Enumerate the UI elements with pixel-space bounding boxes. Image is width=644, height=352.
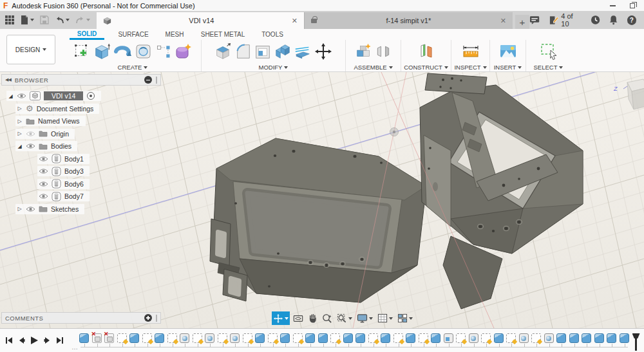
timeline-feature-extrude[interactable] — [255, 333, 265, 343]
timeline-feature-sketch[interactable] — [393, 333, 403, 343]
tree-row-bodies[interactable]: ◢ Bodies — [15, 141, 77, 151]
insert-menu[interactable]: INSERT — [494, 63, 522, 71]
browser-header[interactable]: ◀◀ BROWSER — [1, 74, 161, 86]
timeline-feature-sketch[interactable] — [531, 333, 541, 343]
save-counter[interactable]: 4 of 10 — [549, 12, 582, 28]
display-settings-button[interactable] — [355, 311, 374, 325]
pattern-icon[interactable] — [155, 42, 172, 61]
create-sketch-icon[interactable] — [73, 42, 91, 61]
timeline-feature-sketch[interactable] — [481, 333, 491, 343]
expand-icon[interactable]: ▷ — [17, 118, 23, 124]
grid-snap-button[interactable] — [376, 311, 394, 325]
timeline-feature-extrude[interactable] — [556, 333, 566, 343]
panel-resize-handle[interactable] — [156, 77, 157, 84]
zoom-button[interactable] — [321, 311, 334, 325]
measure-icon[interactable] — [461, 42, 480, 61]
viewport-3d[interactable]: Z ◀◀ BROWSER ◢ VDI v14 ▷ ⚙ — [0, 72, 644, 328]
visibility-eye-icon[interactable] — [39, 168, 48, 174]
timeline-feature-extrude[interactable] — [607, 333, 616, 343]
timeline-feature-extrude[interactable] — [155, 333, 164, 343]
pan-button[interactable] — [307, 311, 319, 325]
timeline-feature-hole[interactable] — [180, 333, 189, 343]
expand-icon[interactable]: ▷ — [17, 206, 23, 212]
tab-sheet-metal[interactable]: SHEET METAL — [196, 29, 249, 40]
add-comment-icon[interactable] — [144, 314, 152, 322]
visibility-eye-icon[interactable] — [39, 193, 48, 199]
timeline-feature-hole[interactable] — [544, 333, 554, 343]
timeline-feature-sketch[interactable] — [419, 333, 428, 343]
tree-row-origin[interactable]: ▷ Origin — [15, 129, 75, 139]
tree-row-body7[interactable]: Body7 — [37, 191, 90, 201]
expand-icon[interactable]: ◢ — [17, 144, 23, 149]
timeline-feature-hole[interactable] — [469, 333, 478, 343]
fit-button[interactable] — [336, 311, 354, 325]
model-vdi-display-body[interactable] — [210, 138, 426, 302]
panel-resize-handle[interactable] — [156, 315, 157, 322]
viewcube[interactable] — [623, 79, 644, 109]
construct-menu[interactable]: CONSTRUCT — [404, 63, 448, 71]
collapse-panel-icon[interactable]: ◀◀ — [5, 77, 11, 82]
timeline-feature-sketch[interactable] — [330, 333, 340, 343]
timeline-feature-sketch[interactable] — [218, 333, 227, 343]
restore-window-icon[interactable] — [630, 3, 635, 8]
step-back-button[interactable] — [18, 337, 25, 344]
timeline-feature-sketch[interactable] — [117, 333, 127, 343]
job-status-clock-icon[interactable] — [591, 15, 600, 25]
save-button[interactable] — [40, 15, 49, 24]
timeline-feature-shell[interactable] — [444, 333, 453, 343]
revolve-icon[interactable] — [113, 42, 132, 61]
assemble-menu[interactable]: ASSEMBLE — [354, 63, 392, 71]
create-menu[interactable]: CREATE — [118, 63, 148, 71]
tree-row-root[interactable]: ◢ VDI v14 — [6, 91, 101, 101]
visibility-eye-icon[interactable] — [39, 181, 48, 187]
root-document-label[interactable]: VDI v14 — [44, 91, 83, 100]
timeline-feature-extrude[interactable] — [594, 333, 604, 343]
file-menu-button[interactable] — [20, 15, 34, 25]
tree-row-body6[interactable]: Body6 — [37, 179, 90, 189]
shell-icon[interactable] — [254, 42, 272, 61]
timeline-feature-sketch[interactable] — [167, 333, 177, 343]
timeline-feature-hole[interactable] — [205, 333, 214, 343]
skip-to-start-button[interactable] — [5, 337, 13, 344]
timeline-feature-extrude[interactable] — [318, 333, 328, 343]
workspace-selector[interactable]: DESIGN — [6, 35, 55, 64]
origin-marker[interactable] — [390, 128, 399, 136]
look-at-button[interactable] — [292, 311, 305, 325]
construct-plane-icon[interactable] — [417, 42, 436, 61]
combine-icon[interactable] — [274, 42, 292, 61]
visibility-eye-icon[interactable] — [39, 156, 48, 162]
orbit-button[interactable] — [272, 311, 290, 325]
timeline-feature-extrude[interactable] — [620, 333, 629, 343]
timeline-feature-sketch[interactable] — [368, 333, 378, 343]
move-icon[interactable] — [314, 42, 333, 61]
comments-header[interactable]: COMMENTS — [1, 312, 161, 324]
viewports-button[interactable] — [396, 311, 414, 325]
app-grid-menu-button[interactable] — [5, 15, 14, 24]
panel-display-toggle-icon[interactable] — [144, 76, 152, 84]
step-forward-button[interactable] — [44, 337, 51, 344]
skip-to-end-button[interactable] — [56, 337, 64, 344]
timeline-feature-sketch[interactable] — [243, 333, 252, 343]
minimize-icon[interactable] — [610, 5, 616, 6]
expand-icon[interactable]: ▷ — [17, 106, 23, 111]
timeline-feature-sketch[interactable] — [193, 333, 202, 343]
form-icon[interactable] — [174, 42, 193, 61]
visibility-eye-icon[interactable] — [26, 143, 35, 149]
timeline-feature-extrude[interactable] — [129, 333, 139, 343]
timeline-feature-extrude[interactable] — [305, 333, 315, 343]
tab-surface[interactable]: SURFACE — [113, 29, 153, 40]
redo-button[interactable] — [75, 16, 90, 24]
notifications-bell-icon[interactable] — [609, 15, 618, 25]
visibility-eye-icon[interactable] — [17, 93, 26, 99]
close-tab-icon[interactable]: ✕ — [292, 17, 298, 25]
timeline-feature-extrude[interactable] — [79, 333, 89, 343]
feedback-bubble-icon[interactable] — [529, 15, 540, 25]
timeline-playhead[interactable] — [632, 333, 640, 351]
timeline-feature-sketch[interactable] — [456, 333, 466, 343]
tab-mesh[interactable]: MESH — [160, 29, 189, 40]
timeline-feature-extrude[interactable] — [569, 333, 579, 343]
expand-icon[interactable]: ▷ — [17, 131, 23, 136]
tree-row-body1[interactable]: Body1 — [37, 154, 90, 164]
timeline-feature-extrude[interactable] — [582, 333, 591, 343]
timeline-feature-hole[interactable] — [230, 333, 240, 343]
